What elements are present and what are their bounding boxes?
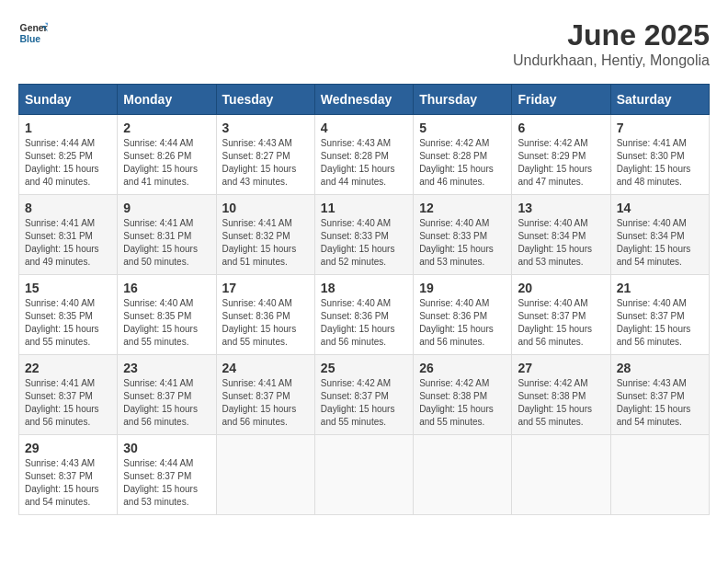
day-number: 27 [518,361,604,375]
day-info: Sunrise: 4:40 AM Sunset: 8:34 PM Dayligh… [518,217,604,269]
title-section: June 2025 Undurkhaan, Hentiy, Mongolia [513,18,710,69]
day-info: Sunrise: 4:44 AM Sunset: 8:37 PM Dayligh… [123,457,210,509]
calendar-week-row: 8 Sunrise: 4:41 AM Sunset: 8:31 PM Dayli… [19,195,710,275]
day-number: 3 [222,121,309,135]
day-number: 10 [222,201,309,215]
day-info: Sunrise: 4:42 AM Sunset: 8:38 PM Dayligh… [518,377,604,429]
day-info: Sunrise: 4:43 AM Sunset: 8:37 PM Dayligh… [617,377,703,429]
calendar-cell: 22 Sunrise: 4:41 AM Sunset: 8:37 PM Dayl… [19,355,118,435]
day-number: 8 [25,201,111,215]
day-number: 21 [617,281,703,295]
col-monday: Monday [118,85,216,115]
day-info: Sunrise: 4:42 AM Sunset: 8:38 PM Dayligh… [419,377,506,429]
col-thursday: Thursday [414,85,512,115]
day-number: 22 [25,361,111,375]
calendar-cell: 26 Sunrise: 4:42 AM Sunset: 8:38 PM Dayl… [414,355,512,435]
calendar-cell [216,435,314,515]
day-number: 16 [123,281,210,295]
day-info: Sunrise: 4:44 AM Sunset: 8:25 PM Dayligh… [25,137,111,189]
calendar-cell: 8 Sunrise: 4:41 AM Sunset: 8:31 PM Dayli… [19,195,118,275]
day-number: 11 [321,201,407,215]
day-number: 18 [321,281,407,295]
calendar-week-row: 22 Sunrise: 4:41 AM Sunset: 8:37 PM Dayl… [19,355,710,435]
page-container: General Blue June 2025 Undurkhaan, Henti… [18,18,710,515]
calendar-cell: 1 Sunrise: 4:44 AM Sunset: 8:25 PM Dayli… [19,115,118,195]
calendar-cell: 14 Sunrise: 4:40 AM Sunset: 8:34 PM Dayl… [610,195,709,275]
calendar-table: Sunday Monday Tuesday Wednesday Thursday… [18,84,710,515]
day-number: 17 [222,281,309,295]
col-wednesday: Wednesday [314,85,413,115]
day-number: 12 [419,201,506,215]
calendar-cell: 30 Sunrise: 4:44 AM Sunset: 8:37 PM Dayl… [118,435,216,515]
calendar-cell: 29 Sunrise: 4:43 AM Sunset: 8:37 PM Dayl… [19,435,118,515]
day-number: 28 [617,361,703,375]
day-info: Sunrise: 4:42 AM Sunset: 8:37 PM Dayligh… [321,377,407,429]
calendar-cell: 27 Sunrise: 4:42 AM Sunset: 8:38 PM Dayl… [512,355,610,435]
logo-icon: General Blue [18,18,48,48]
calendar-cell: 23 Sunrise: 4:41 AM Sunset: 8:37 PM Dayl… [118,355,216,435]
calendar-cell: 10 Sunrise: 4:41 AM Sunset: 8:32 PM Dayl… [216,195,314,275]
calendar-cell: 9 Sunrise: 4:41 AM Sunset: 8:31 PM Dayli… [118,195,216,275]
calendar-cell: 18 Sunrise: 4:40 AM Sunset: 8:36 PM Dayl… [314,275,413,355]
calendar-cell: 15 Sunrise: 4:40 AM Sunset: 8:35 PM Dayl… [19,275,118,355]
day-number: 20 [518,281,604,295]
day-number: 29 [25,441,111,455]
day-info: Sunrise: 4:41 AM Sunset: 8:37 PM Dayligh… [222,377,309,429]
logo: General Blue [18,18,48,48]
day-number: 24 [222,361,309,375]
day-info: Sunrise: 4:42 AM Sunset: 8:28 PM Dayligh… [419,137,506,189]
calendar-cell [610,435,709,515]
col-sunday: Sunday [19,85,118,115]
calendar-body: 1 Sunrise: 4:44 AM Sunset: 8:25 PM Dayli… [19,115,710,515]
day-number: 2 [123,121,210,135]
calendar-cell: 7 Sunrise: 4:41 AM Sunset: 8:30 PM Dayli… [610,115,709,195]
day-info: Sunrise: 4:43 AM Sunset: 8:28 PM Dayligh… [321,137,407,189]
calendar-cell: 19 Sunrise: 4:40 AM Sunset: 8:36 PM Dayl… [414,275,512,355]
day-number: 23 [123,361,210,375]
calendar-cell: 6 Sunrise: 4:42 AM Sunset: 8:29 PM Dayli… [512,115,610,195]
day-info: Sunrise: 4:41 AM Sunset: 8:31 PM Dayligh… [123,217,210,269]
day-number: 19 [419,281,506,295]
day-info: Sunrise: 4:40 AM Sunset: 8:37 PM Dayligh… [518,297,604,349]
day-info: Sunrise: 4:40 AM Sunset: 8:34 PM Dayligh… [617,217,703,269]
day-number: 25 [321,361,407,375]
calendar-cell: 5 Sunrise: 4:42 AM Sunset: 8:28 PM Dayli… [414,115,512,195]
calendar-cell: 20 Sunrise: 4:40 AM Sunset: 8:37 PM Dayl… [512,275,610,355]
day-info: Sunrise: 4:40 AM Sunset: 8:37 PM Dayligh… [617,297,703,349]
col-saturday: Saturday [610,85,709,115]
calendar-cell: 12 Sunrise: 4:40 AM Sunset: 8:33 PM Dayl… [414,195,512,275]
calendar-cell: 21 Sunrise: 4:40 AM Sunset: 8:37 PM Dayl… [610,275,709,355]
header: General Blue June 2025 Undurkhaan, Henti… [18,18,710,69]
svg-text:Blue: Blue [20,34,41,44]
header-row: Sunday Monday Tuesday Wednesday Thursday… [19,85,710,115]
day-number: 9 [123,201,210,215]
day-info: Sunrise: 4:41 AM Sunset: 8:32 PM Dayligh… [222,217,309,269]
day-number: 6 [518,121,604,135]
calendar-cell: 2 Sunrise: 4:44 AM Sunset: 8:26 PM Dayli… [118,115,216,195]
calendar-subtitle: Undurkhaan, Hentiy, Mongolia [513,52,710,69]
calendar-cell: 25 Sunrise: 4:42 AM Sunset: 8:37 PM Dayl… [314,355,413,435]
calendar-cell: 17 Sunrise: 4:40 AM Sunset: 8:36 PM Dayl… [216,275,314,355]
day-info: Sunrise: 4:44 AM Sunset: 8:26 PM Dayligh… [123,137,210,189]
calendar-cell: 3 Sunrise: 4:43 AM Sunset: 8:27 PM Dayli… [216,115,314,195]
calendar-cell: 16 Sunrise: 4:40 AM Sunset: 8:35 PM Dayl… [118,275,216,355]
day-number: 13 [518,201,604,215]
day-info: Sunrise: 4:40 AM Sunset: 8:35 PM Dayligh… [123,297,210,349]
day-number: 26 [419,361,506,375]
calendar-cell: 28 Sunrise: 4:43 AM Sunset: 8:37 PM Dayl… [610,355,709,435]
day-info: Sunrise: 4:40 AM Sunset: 8:35 PM Dayligh… [25,297,111,349]
day-info: Sunrise: 4:42 AM Sunset: 8:29 PM Dayligh… [518,137,604,189]
calendar-week-row: 1 Sunrise: 4:44 AM Sunset: 8:25 PM Dayli… [19,115,710,195]
col-tuesday: Tuesday [216,85,314,115]
day-number: 1 [25,121,111,135]
day-info: Sunrise: 4:43 AM Sunset: 8:27 PM Dayligh… [222,137,309,189]
day-info: Sunrise: 4:40 AM Sunset: 8:33 PM Dayligh… [321,217,407,269]
day-info: Sunrise: 4:41 AM Sunset: 8:30 PM Dayligh… [617,137,703,189]
day-info: Sunrise: 4:40 AM Sunset: 8:36 PM Dayligh… [321,297,407,349]
day-info: Sunrise: 4:40 AM Sunset: 8:36 PM Dayligh… [419,297,506,349]
col-friday: Friday [512,85,610,115]
day-number: 30 [123,441,210,455]
day-number: 14 [617,201,703,215]
calendar-cell [414,435,512,515]
calendar-week-row: 15 Sunrise: 4:40 AM Sunset: 8:35 PM Dayl… [19,275,710,355]
